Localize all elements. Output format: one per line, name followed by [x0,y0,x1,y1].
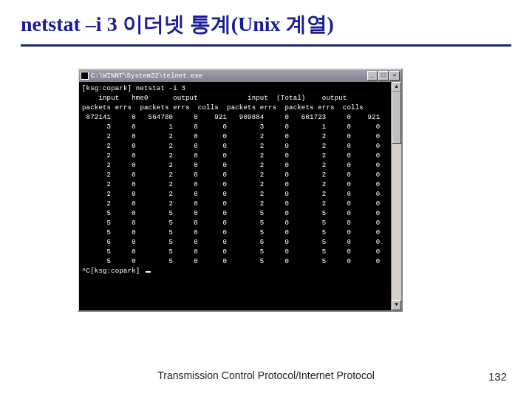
window-title: C:\WINNT\System32\telnet.exe [91,72,202,80]
maximize-button[interactable]: □ [378,71,389,81]
terminal-cursor [146,271,151,273]
window-titlebar: C:\WINNT\System32\telnet.exe _ □ × [79,69,401,82]
slide-footer: Transmission Control Protocol/Internet P… [0,369,532,381]
close-button[interactable]: × [389,71,400,81]
slide-title: netstat –i 3 이더넷 통계(Unix 계열) [0,0,532,41]
terminal-window: C:\WINNT\System32\telnet.exe _ □ × [ksg:… [78,68,403,312]
page-number: 132 [488,370,507,383]
scrollbar-thumb[interactable] [392,92,401,144]
scroll-down-button[interactable]: ▼ [392,300,401,310]
terminal-icon [81,72,89,80]
vertical-scrollbar[interactable]: ▲ ▼ [391,82,401,310]
minimize-button[interactable]: _ [367,71,378,81]
terminal-body: [ksg:copark] netstat -i 3 input hme0 out… [79,82,401,310]
scrollbar-track[interactable] [392,92,401,300]
scroll-up-button[interactable]: ▲ [392,82,401,92]
title-divider [21,44,511,47]
